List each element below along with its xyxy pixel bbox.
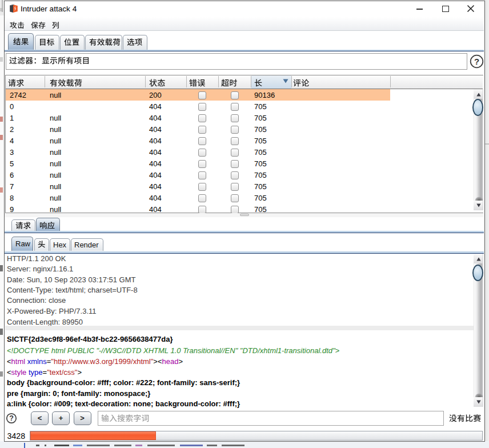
svg-text:?: ?: [9, 414, 14, 422]
svg-text:?: ?: [474, 57, 479, 66]
